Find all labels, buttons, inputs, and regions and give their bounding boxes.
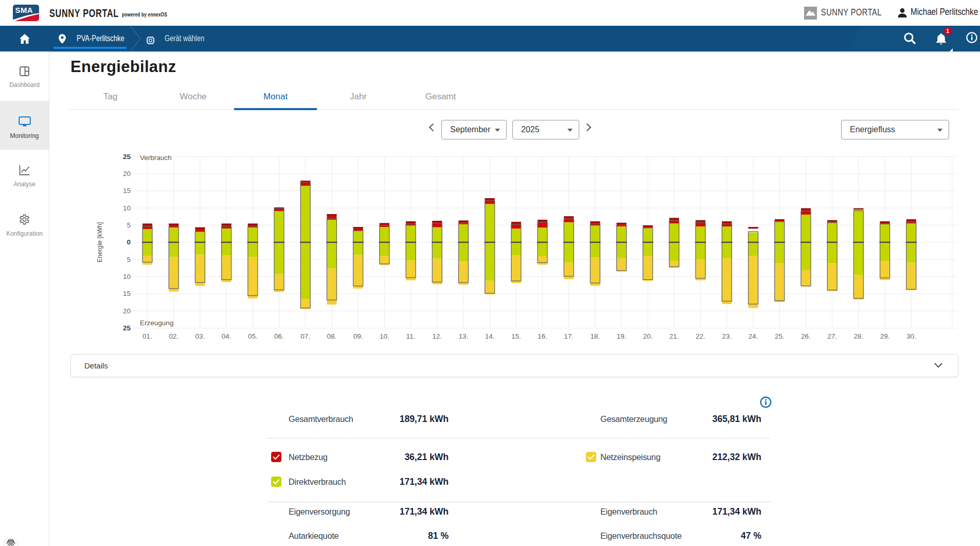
svg-text:12.: 12.: [432, 332, 442, 340]
svg-text:18.: 18.: [591, 332, 600, 340]
svg-text:10: 10: [123, 273, 131, 280]
svg-text:5: 5: [127, 221, 131, 229]
svg-text:0: 0: [127, 238, 131, 246]
svg-text:Energie [kWh]: Energie [kWh]: [96, 222, 103, 263]
svg-text:13.: 13.: [459, 332, 469, 340]
svg-text:25: 25: [123, 153, 131, 161]
svg-text:10.: 10.: [380, 332, 389, 340]
svg-text:23.: 23.: [722, 332, 732, 340]
svg-text:16.: 16.: [538, 332, 547, 340]
svg-text:06.: 06.: [274, 332, 284, 340]
svg-text:05.: 05.: [248, 332, 258, 340]
svg-text:20.: 20.: [643, 332, 653, 340]
svg-text:15: 15: [123, 290, 131, 297]
svg-text:03.: 03.: [195, 332, 205, 340]
svg-text:02.: 02.: [169, 332, 179, 340]
svg-text:01.: 01.: [142, 332, 152, 340]
svg-text:24.: 24.: [749, 332, 758, 340]
svg-text:5: 5: [127, 256, 131, 263]
svg-text:17.: 17.: [564, 332, 574, 340]
svg-text:26.: 26.: [801, 332, 811, 340]
svg-text:30.: 30.: [906, 332, 916, 340]
svg-text:SMA: SMA: [15, 6, 33, 14]
svg-text:28.: 28.: [854, 332, 864, 340]
svg-text:25: 25: [123, 324, 131, 332]
svg-text:19.: 19.: [617, 332, 627, 340]
svg-text:04.: 04.: [222, 332, 231, 340]
svg-text:21.: 21.: [669, 332, 679, 340]
svg-text:20: 20: [123, 307, 131, 315]
svg-text:11.: 11.: [406, 332, 416, 340]
svg-text:07.: 07.: [300, 332, 310, 340]
svg-text:Verbrauch: Verbrauch: [140, 154, 172, 162]
svg-text:25.: 25.: [775, 332, 785, 340]
svg-text:15: 15: [123, 187, 131, 195]
svg-text:08.: 08.: [327, 332, 337, 340]
svg-text:10: 10: [123, 204, 131, 212]
svg-text:22.: 22.: [696, 332, 705, 340]
svg-text:14.: 14.: [485, 332, 495, 340]
svg-text:20: 20: [123, 170, 131, 178]
svg-text:29.: 29.: [880, 332, 890, 340]
svg-text:Erzeugung: Erzeugung: [140, 319, 173, 327]
svg-text:15.: 15.: [511, 332, 521, 340]
svg-text:27.: 27.: [827, 332, 837, 340]
svg-text:09.: 09.: [353, 332, 363, 340]
